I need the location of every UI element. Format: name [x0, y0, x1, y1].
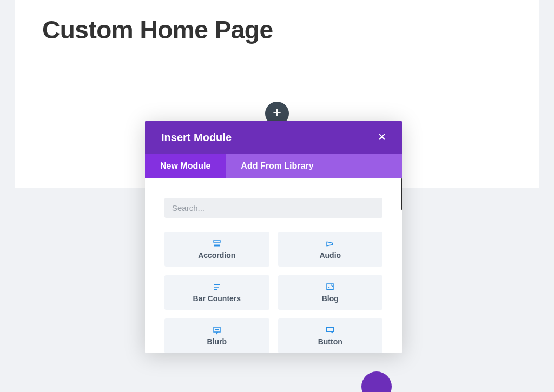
insert-module-modal: Insert Module New Module Add From Librar… [145, 121, 402, 353]
module-label: Accordion [198, 251, 235, 260]
module-bar-counters[interactable]: Bar Counters [164, 275, 269, 310]
module-label: Blurb [207, 337, 227, 346]
button-icon [325, 325, 335, 335]
svg-rect-0 [214, 241, 220, 242]
modal-title: Insert Module [161, 131, 232, 144]
module-accordion[interactable]: Accordion [164, 232, 269, 267]
module-label: Audio [319, 251, 341, 260]
module-label: Button [318, 337, 342, 346]
module-label: Bar Counters [193, 294, 241, 303]
search-input[interactable] [164, 198, 382, 218]
blog-icon [325, 282, 335, 292]
scrollbar[interactable] [401, 178, 402, 210]
modal-body: Accordion Audio Bar Counters Blog [145, 178, 402, 353]
tab-new-module[interactable]: New Module [145, 154, 226, 178]
close-button[interactable] [376, 132, 388, 144]
modal-header: Insert Module [145, 121, 402, 154]
tab-add-from-library[interactable]: Add From Library [226, 154, 328, 178]
module-blog[interactable]: Blog [278, 275, 383, 310]
module-audio[interactable]: Audio [278, 232, 383, 267]
module-button[interactable]: Button [278, 318, 383, 353]
audio-icon [325, 239, 335, 249]
plus-icon [272, 107, 282, 120]
modal-tabs: New Module Add From Library [145, 154, 402, 178]
close-icon [377, 132, 387, 144]
blurb-icon [212, 325, 222, 335]
accordion-icon [212, 239, 222, 249]
module-label: Blog [322, 294, 339, 303]
floating-action-button[interactable] [361, 371, 392, 392]
bar-counters-icon [212, 282, 222, 292]
module-grid: Accordion Audio Bar Counters Blog [164, 232, 382, 353]
page-title: Custom Home Page [42, 15, 512, 44]
module-blurb[interactable]: Blurb [164, 318, 269, 353]
svg-rect-9 [327, 328, 334, 332]
